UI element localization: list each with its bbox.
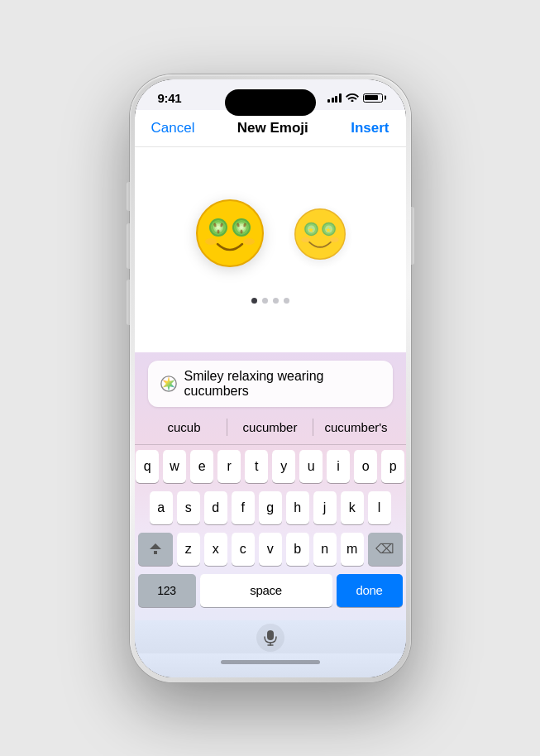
key-d[interactable]: d bbox=[204, 491, 227, 524]
dot-4 bbox=[284, 298, 289, 304]
emoji-secondary[interactable]: ★ ★ bbox=[292, 206, 348, 270]
shift-key[interactable] bbox=[138, 533, 173, 566]
svg-point-30 bbox=[301, 237, 310, 242]
signal-icon bbox=[327, 93, 342, 103]
autocomplete-cucumber[interactable]: cucumber bbox=[227, 417, 313, 438]
search-text: Smiley relaxing wearing cucumbers bbox=[184, 369, 381, 399]
screen-content: 9:41 bbox=[135, 79, 406, 677]
key-u[interactable]: u bbox=[299, 450, 323, 483]
key-v[interactable]: v bbox=[259, 533, 282, 566]
key-y[interactable]: y bbox=[272, 450, 295, 483]
dynamic-island bbox=[225, 89, 316, 116]
key-f[interactable]: f bbox=[232, 491, 255, 524]
cucumber-party-emoji: ★ ★ bbox=[292, 206, 348, 262]
insert-button[interactable]: Insert bbox=[351, 120, 389, 136]
mic-area bbox=[135, 620, 406, 653]
delete-key[interactable]: ⌫ bbox=[368, 533, 403, 566]
svg-text:★: ★ bbox=[307, 226, 313, 234]
key-c[interactable]: c bbox=[232, 533, 255, 566]
key-q[interactable]: q bbox=[136, 450, 159, 483]
volume-up-button bbox=[127, 223, 130, 269]
keyboard-rows: q w e r t y u i o p a s bbox=[135, 445, 406, 566]
home-indicator-area bbox=[135, 653, 406, 677]
key-b[interactable]: b bbox=[286, 533, 309, 566]
delete-icon: ⌫ bbox=[375, 541, 394, 557]
key-g[interactable]: g bbox=[259, 491, 282, 524]
search-container: Smiley relaxing wearing cucumbers bbox=[135, 361, 406, 414]
key-l[interactable]: l bbox=[368, 491, 391, 524]
autocomplete-cucub[interactable]: cucub bbox=[141, 417, 227, 438]
cucumber-smiley-emoji bbox=[193, 196, 267, 270]
svg-point-14 bbox=[240, 226, 243, 229]
key-h[interactable]: h bbox=[286, 491, 309, 524]
microphone-icon bbox=[264, 629, 277, 646]
mute-button bbox=[127, 182, 130, 211]
home-bar bbox=[221, 660, 320, 664]
status-icons bbox=[327, 92, 383, 104]
volume-down-button bbox=[127, 280, 130, 325]
mic-button[interactable] bbox=[256, 624, 284, 652]
key-o[interactable]: o bbox=[354, 450, 377, 483]
shift-arrow-icon bbox=[150, 543, 161, 549]
svg-text:★: ★ bbox=[325, 226, 332, 234]
svg-rect-33 bbox=[267, 630, 274, 640]
key-p[interactable]: p bbox=[381, 450, 404, 483]
search-input-row[interactable]: Smiley relaxing wearing cucumbers bbox=[148, 361, 393, 407]
dot-2 bbox=[262, 298, 268, 304]
key-m[interactable]: m bbox=[341, 533, 364, 566]
key-r[interactable]: r bbox=[217, 450, 241, 483]
key-n[interactable]: n bbox=[313, 533, 337, 566]
svg-point-6 bbox=[217, 226, 220, 229]
battery-icon bbox=[363, 93, 383, 103]
page-indicator bbox=[251, 298, 289, 304]
key-s[interactable]: s bbox=[177, 491, 200, 524]
key-j[interactable]: j bbox=[313, 491, 337, 524]
key-row-2: a s d f g h j k l bbox=[138, 491, 403, 524]
key-a[interactable]: a bbox=[150, 491, 173, 524]
key-k[interactable]: k bbox=[341, 491, 364, 524]
key-row-3: z x c v b n m ⌫ bbox=[138, 533, 403, 566]
svg-point-31 bbox=[330, 237, 339, 242]
key-e[interactable]: e bbox=[190, 450, 213, 483]
page-title: New Emoji bbox=[237, 120, 308, 136]
key-row-1: q w e r t y u i o p bbox=[138, 450, 403, 483]
key-w[interactable]: w bbox=[163, 450, 186, 483]
emoji-carousel: ★ ★ bbox=[193, 196, 348, 281]
space-key[interactable]: space bbox=[200, 574, 332, 607]
svg-point-9 bbox=[217, 229, 219, 233]
svg-point-18 bbox=[205, 238, 217, 245]
emoji-display-area: ★ ★ bbox=[135, 147, 406, 352]
svg-point-19 bbox=[243, 238, 255, 245]
phone-frame: 9:41 bbox=[130, 74, 411, 682]
bottom-key-row: 123 space done bbox=[138, 574, 403, 607]
key-t[interactable]: t bbox=[245, 450, 268, 483]
svg-point-17 bbox=[240, 229, 242, 233]
dot-3 bbox=[273, 298, 279, 304]
num-key[interactable]: 123 bbox=[138, 574, 196, 607]
key-z[interactable]: z bbox=[177, 533, 200, 566]
keyboard-area: Smiley relaxing wearing cucumbers cucub … bbox=[135, 352, 406, 677]
power-button bbox=[411, 207, 414, 265]
dot-1 bbox=[251, 298, 257, 304]
keyboard-bottom: 123 space done bbox=[135, 574, 406, 620]
emoji-main[interactable] bbox=[193, 196, 267, 281]
cancel-button[interactable]: Cancel bbox=[151, 120, 195, 136]
wifi-icon bbox=[346, 92, 359, 104]
key-x[interactable]: x bbox=[204, 533, 227, 566]
genmoji-icon bbox=[160, 375, 178, 393]
key-i[interactable]: i bbox=[327, 450, 350, 483]
autocomplete-cucumbers[interactable]: cucumber's bbox=[313, 417, 399, 438]
done-key[interactable]: done bbox=[337, 574, 403, 607]
autocomplete-row: cucub cucumber cucumber's bbox=[135, 414, 406, 445]
phone-screen: 9:41 bbox=[135, 79, 406, 677]
status-time: 9:41 bbox=[158, 91, 182, 105]
